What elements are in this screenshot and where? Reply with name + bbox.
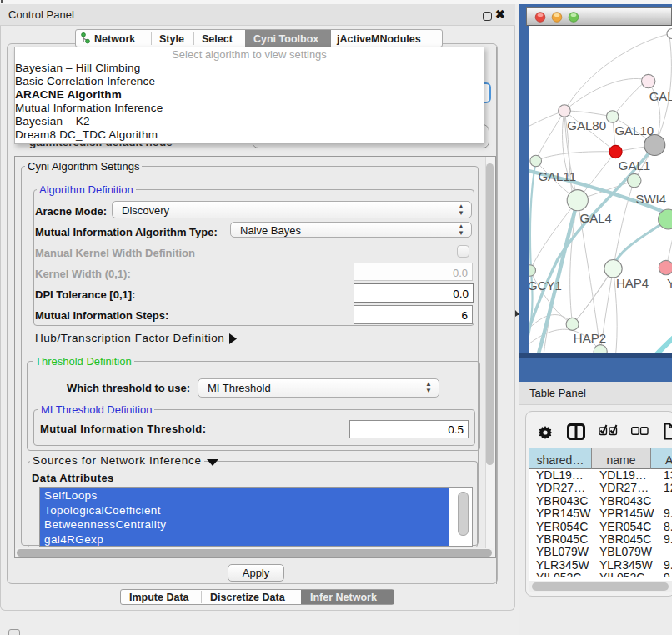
svg-text:SWI4: SWI4 [635,192,666,206]
svg-text:HAP4: HAP4 [616,276,649,290]
svg-text:GAL10: GAL10 [614,123,654,138]
svg-text:YM: YM [667,276,672,290]
svg-text:HAP2: HAP2 [574,331,606,345]
svg-text:GAL4: GAL4 [580,211,612,225]
svg-text:GAL7: GAL7 [649,89,672,103]
svg-text:GAL11: GAL11 [538,169,576,183]
svg-text:GAL1: GAL1 [619,158,650,172]
svg-text:GCY1: GCY1 [529,278,562,292]
svg-text:GAL80: GAL80 [567,118,606,132]
